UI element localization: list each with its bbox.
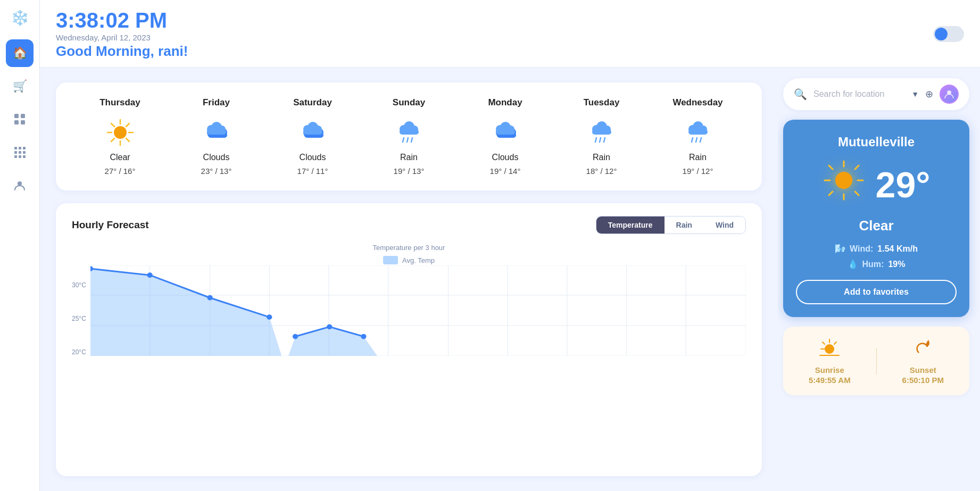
sidebar-item-cart[interactable]: 🛒 <box>6 72 34 100</box>
day-condition-1: Clouds <box>168 153 264 162</box>
search-icon: 🔍 <box>794 88 807 101</box>
svg-line-59 <box>600 138 601 142</box>
greeting: Good Morning, rani! <box>56 43 188 60</box>
tab-wind[interactable]: Wind <box>704 217 745 234</box>
search-input[interactable]: Search for location <box>813 89 905 99</box>
day-name-5: Tuesday <box>553 97 650 108</box>
toggle-knob <box>935 28 948 40</box>
sunrise-item: Sunrise 5:49:55 AM <box>809 337 851 385</box>
chart-area: Temperature per 3 hour Avg. Temp 30°C 25… <box>72 244 746 361</box>
svg-rect-57 <box>592 129 611 135</box>
tab-group: Temperature Rain Wind <box>596 216 746 234</box>
content-area: Thursday Clear 27° / 16° Friday Clouds 2… <box>40 68 980 491</box>
dropdown-icon: ▼ <box>911 90 919 98</box>
sunset-time: 6:50:10 PM <box>902 376 944 385</box>
y-label-top: 30°C <box>72 281 86 289</box>
svg-line-60 <box>604 138 605 142</box>
day-temps-4: 19° / 14° <box>457 167 553 176</box>
forecast-day-sunday: Sunday Rain 19° / 13° <box>361 97 457 176</box>
sidebar-item-home[interactable]: 🏠 <box>6 39 34 67</box>
day-condition-5: Rain <box>553 153 650 162</box>
sunrise-label: Sunrise <box>809 365 851 375</box>
day-condition-0: Clear <box>72 153 168 162</box>
svg-point-101 <box>825 344 834 354</box>
day-temps-5: 18° / 12° <box>553 167 650 176</box>
svg-point-88 <box>327 324 332 330</box>
current-date: Wednesday, April 12, 2023 <box>56 33 188 42</box>
weather-city: Mutuelleville <box>796 135 957 149</box>
day-condition-3: Rain <box>361 153 457 162</box>
search-bar[interactable]: 🔍 Search for location ▼ ⊕ <box>783 78 969 110</box>
day-condition-2: Clouds <box>264 153 361 162</box>
day-temps-6: 19° / 12° <box>650 167 746 176</box>
svg-line-22 <box>111 138 114 142</box>
hourly-forecast-card: Hourly Forecast Temperature Rain Wind Te… <box>56 203 762 476</box>
forecast-day-tuesday: Tuesday Rain 18° / 12° <box>553 97 650 176</box>
weather-card-main: 29° <box>796 159 957 210</box>
svg-point-13 <box>18 181 22 186</box>
svg-line-20 <box>126 138 129 142</box>
main-content: Thursday Clear 27° / 16° Friday Clouds 2… <box>40 68 778 491</box>
svg-rect-4 <box>14 147 17 149</box>
svg-rect-12 <box>23 155 26 158</box>
wind-row: 🌬️ Wind: 1.54 Km/h <box>796 244 957 254</box>
hum-value: 19% <box>888 260 905 269</box>
weekly-forecast-card: Thursday Clear 27° / 16° Friday Clouds 2… <box>56 82 762 190</box>
y-label-mid: 25°C <box>72 315 86 322</box>
day-name-3: Sunday <box>361 97 457 108</box>
wind-value: 1.54 Km/h <box>877 244 918 254</box>
tab-rain[interactable]: Rain <box>665 217 704 234</box>
svg-line-43 <box>403 138 404 142</box>
svg-rect-53 <box>496 129 515 135</box>
hum-label: Hum: <box>862 260 884 269</box>
svg-rect-3 <box>21 120 25 124</box>
sidebar-item-grid[interactable] <box>6 105 34 133</box>
svg-point-85 <box>207 295 212 301</box>
sunset-item: Sunset 6:50:10 PM <box>902 337 944 385</box>
day-temps-2: 17° / 11° <box>264 167 361 176</box>
y-label-bot: 20°C <box>72 348 86 356</box>
svg-point-86 <box>267 314 272 320</box>
app-logo: ❄️ <box>7 5 32 30</box>
day-name-1: Friday <box>168 97 264 108</box>
add-to-favorites-button[interactable]: Add to favorites <box>796 280 957 304</box>
header-right <box>933 26 964 42</box>
forecast-day-wednesday: Wednesday Rain 19° / 12° <box>650 97 746 176</box>
tab-temperature[interactable]: Temperature <box>596 217 665 234</box>
day-icon-3 <box>361 118 457 147</box>
sidebar-item-profile[interactable] <box>6 171 34 199</box>
svg-rect-5 <box>19 147 21 149</box>
user-avatar[interactable] <box>940 85 959 104</box>
svg-rect-0 <box>14 114 19 118</box>
svg-line-19 <box>111 123 114 127</box>
svg-rect-10 <box>14 155 17 158</box>
svg-rect-8 <box>19 151 21 154</box>
svg-point-89 <box>361 334 366 339</box>
theme-toggle[interactable] <box>933 26 964 42</box>
svg-line-66 <box>696 138 697 142</box>
day-icon-1 <box>168 118 264 147</box>
day-icon-6 <box>650 118 746 147</box>
svg-line-98 <box>855 165 859 169</box>
svg-rect-6 <box>23 147 26 149</box>
header: 3:38:02 PM Wednesday, April 12, 2023 Goo… <box>40 0 980 68</box>
day-temps-3: 19° / 13° <box>361 167 457 176</box>
svg-point-87 <box>293 334 298 339</box>
legend-label: Avg. Temp <box>402 256 435 264</box>
sidebar-item-apps[interactable] <box>6 138 34 166</box>
sun-divider <box>876 348 877 375</box>
header-left: 3:38:02 PM Wednesday, April 12, 2023 Goo… <box>56 9 188 60</box>
weather-condition: Clear <box>796 218 957 234</box>
day-icon-4 <box>457 118 553 147</box>
svg-rect-9 <box>23 151 26 154</box>
legend-box <box>383 256 398 264</box>
wind-label: Wind: <box>850 244 873 254</box>
svg-rect-64 <box>688 129 708 135</box>
sunrise-time: 5:49:55 AM <box>809 376 851 385</box>
svg-rect-38 <box>303 129 322 135</box>
day-condition-4: Clouds <box>457 153 553 162</box>
day-name-2: Saturday <box>264 97 361 108</box>
svg-line-99 <box>829 192 833 195</box>
svg-rect-7 <box>14 151 17 154</box>
locate-icon[interactable]: ⊕ <box>925 88 933 100</box>
